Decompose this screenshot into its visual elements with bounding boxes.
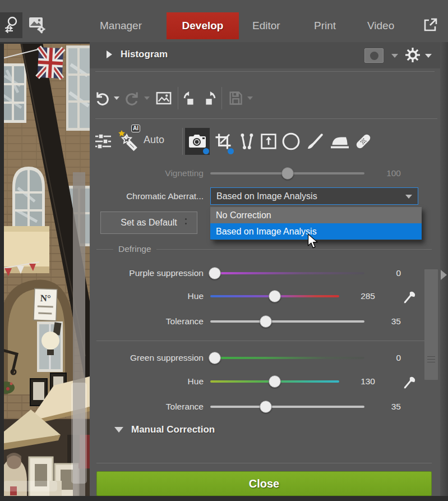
slider-track (210, 406, 364, 408)
slider-knob[interactable] (260, 401, 272, 413)
green-suppression-slider[interactable] (210, 352, 364, 364)
tool-crop[interactable] (211, 128, 235, 155)
rotate-right-button[interactable] (200, 88, 218, 108)
green-tolerance-slider[interactable] (210, 401, 364, 413)
defringe-section-header: Defringe (96, 244, 432, 254)
rotate-left-icon (182, 90, 199, 107)
vignetting-row: Vignetting 100 (90, 164, 401, 183)
save-icon (228, 90, 243, 106)
compare-zoom-icon (3, 15, 20, 35)
purple-tolerance-row: Tolerance 35 (90, 312, 401, 331)
panel-collapse-strip[interactable] (440, 42, 448, 501)
slider-knob[interactable] (209, 352, 221, 364)
tab-manager[interactable]: Manager (100, 12, 142, 39)
export-icon (422, 16, 440, 36)
bottom-strip (0, 496, 448, 501)
undo-icon (94, 90, 110, 106)
splitter-grip[interactable] (185, 218, 187, 227)
close-button[interactable]: Close (96, 471, 432, 496)
green-hue-eyedropper-button[interactable] (402, 373, 419, 390)
green-hue-label: Hue (90, 376, 204, 387)
slider-track (210, 357, 364, 359)
export-button[interactable] (419, 15, 442, 37)
green-suppression-value: 0 (364, 353, 401, 363)
top-bar: Manager Develop Editor Print Video (0, 0, 448, 42)
original-image-button[interactable] (155, 88, 173, 108)
tool-active-badge (228, 148, 234, 154)
slider-knob[interactable] (269, 375, 281, 388)
purple-hue-slider[interactable] (210, 290, 339, 302)
chromatic-aberration-select[interactable]: Based on Image Analysis (210, 187, 418, 205)
image-icon (155, 90, 172, 107)
slider-knob[interactable] (209, 267, 221, 279)
green-tolerance-label: Tolerance (90, 402, 204, 412)
tool-radial-filter[interactable] (279, 128, 303, 155)
overlay-preview-caret-icon[interactable] (391, 54, 398, 58)
sliders-icon (94, 133, 112, 150)
bandaid-icon (354, 132, 373, 151)
undo-history-caret[interactable] (112, 88, 121, 108)
slider-track (210, 272, 364, 274)
rotate-right-icon (200, 90, 217, 107)
purple-tolerance-slider[interactable] (210, 315, 364, 328)
auto-label: Auto (144, 134, 164, 146)
tool-perspective[interactable] (258, 128, 279, 155)
undo-button[interactable] (93, 88, 111, 108)
purple-tolerance-label: Tolerance (90, 316, 204, 327)
tab-editor[interactable]: Editor (252, 12, 280, 39)
tab-print[interactable]: Print (314, 12, 336, 39)
rotate-left-button[interactable] (182, 88, 200, 108)
expand-histogram-icon[interactable] (107, 50, 112, 58)
separator (182, 128, 183, 155)
caret-down-icon (247, 96, 253, 100)
green-suppression-row: Green suppression 0 (90, 348, 401, 367)
histogram-title: Histogram (121, 49, 168, 60)
histogram-header[interactable]: Histogram (90, 42, 440, 68)
tool-exposure-camera[interactable] (185, 128, 210, 155)
image-settings-button[interactable] (26, 12, 48, 38)
panel-scrollbar[interactable] (424, 269, 438, 380)
edit-params-button[interactable] (92, 128, 114, 155)
settings-caret-icon[interactable] (425, 54, 432, 58)
purple-suppression-slider[interactable] (210, 267, 364, 279)
photo-preview[interactable]: N° (0, 42, 90, 501)
circle-icon (281, 131, 301, 151)
save-options-caret[interactable] (246, 88, 255, 108)
photo-sign-text: N° (40, 293, 51, 304)
save-button[interactable] (227, 88, 244, 108)
green-hue-value: 130 (339, 376, 401, 387)
purple-suppression-row: Purple suppression 0 (90, 264, 401, 283)
compare-zoom-button[interactable] (0, 12, 22, 38)
image-settings-icon (27, 15, 47, 36)
slider-knob[interactable] (260, 315, 272, 328)
perspective-icon (260, 132, 278, 150)
redo-button[interactable] (123, 88, 141, 108)
purple-hue-eyedropper-button[interactable] (402, 287, 419, 305)
tool-brush[interactable] (304, 128, 326, 155)
tool-gradient-filter[interactable] (327, 128, 352, 155)
overlay-preview-button[interactable] (364, 48, 384, 63)
camera-icon (188, 133, 207, 150)
green-hue-slider[interactable] (210, 375, 339, 388)
tool-straighten[interactable] (237, 128, 258, 155)
tool-healing[interactable] (352, 128, 375, 155)
redo-history-caret[interactable] (142, 88, 151, 108)
settings-gear-button[interactable] (405, 47, 421, 65)
green-tolerance-value: 35 (364, 402, 401, 412)
divider (96, 463, 432, 463)
redo-icon (124, 90, 140, 106)
collapse-panel-arrow-icon (441, 270, 447, 280)
purple-suppression-value: 0 (364, 268, 401, 278)
set-as-default-button[interactable]: Set as Default (100, 212, 197, 234)
tab-develop[interactable]: Develop (167, 12, 239, 39)
slider-knob (281, 167, 294, 180)
slider-knob[interactable] (269, 290, 281, 302)
eyedropper-icon (402, 287, 419, 305)
separator (178, 87, 178, 109)
green-suppression-label: Green suppression (90, 353, 204, 363)
scrollbar-grip (427, 356, 435, 365)
manual-correction-header[interactable]: Manual Correction (107, 424, 215, 435)
defringe-title: Defringe (118, 244, 151, 254)
option-no-correction[interactable]: No Correction (210, 207, 422, 223)
tab-video[interactable]: Video (367, 12, 394, 39)
